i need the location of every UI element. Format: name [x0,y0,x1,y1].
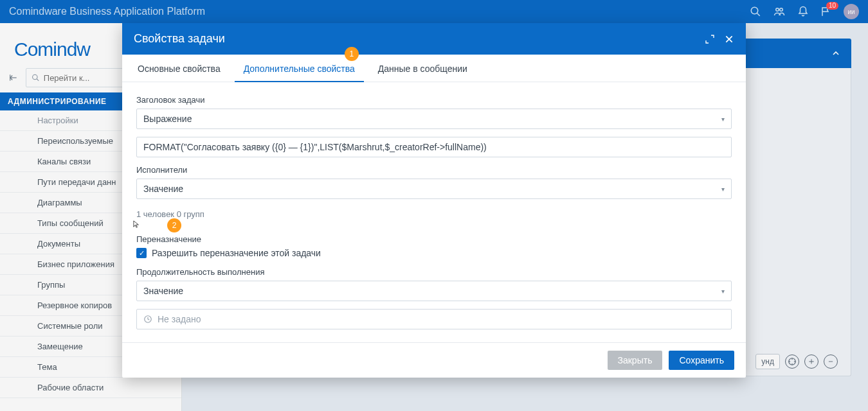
clock-icon [143,315,152,324]
reassign-checkbox[interactable]: ✓ [136,248,147,258]
assignees-label: Исполнители [136,165,732,175]
task-title-label: Заголовок задачи [136,95,732,105]
modal-body: Заголовок задачи Выражение ▾ Исполнители… [122,82,746,342]
modal-tabs: Основные свойства Дополнительные свойств… [122,55,746,82]
tab-basic[interactable]: Основные свойства [135,55,223,82]
cursor-icon [132,220,141,230]
tab-message-data[interactable]: Данные в сообщении [375,55,470,82]
task-title-mode-select[interactable]: Выражение ▾ [136,109,732,129]
close-icon[interactable] [724,34,734,44]
modal-footer: Закрыть Сохранить [122,342,746,378]
assignees-mode-value: Значение [143,184,183,194]
reassign-check-label: Разрешить переназначение этой задачи [152,248,321,258]
close-button[interactable]: Закрыть [608,351,663,370]
step-badge-1: 1 [345,47,359,61]
save-button[interactable]: Сохранить [669,351,734,370]
assignees-summary: 1 человек 0 групп [136,209,204,219]
chevron-down-icon: ▾ [721,186,725,193]
duration-mode-select[interactable]: Значение ▾ [136,281,732,301]
duration-mode-value: Значение [143,286,183,296]
task-properties-modal: Свойства задачи Основные свойства Дополн… [122,23,746,378]
chevron-down-icon: ▾ [721,288,725,295]
duration-placeholder: Не задано [158,314,201,324]
task-title-expression-input[interactable] [136,137,732,157]
chevron-down-icon: ▾ [721,116,725,123]
duration-label: Продолжительность выполнения [136,267,732,277]
reassign-label: Переназначение [136,234,732,244]
modal-title: Свойства задачи [134,32,225,46]
assignees-mode-select[interactable]: Значение ▾ [136,179,732,199]
modal-overlay: Свойства задачи Основные свойства Дополн… [0,0,868,411]
tab-extra[interactable]: Дополнительные свойства 1 [241,55,357,82]
tab-extra-label: Дополнительные свойства [244,64,355,74]
modal-header: Свойства задачи [122,23,746,55]
step-badge-2: 2 [167,218,181,232]
task-title-mode-value: Выражение [143,114,192,124]
duration-value-input[interactable]: Не задано [136,309,732,329]
expand-icon[interactable] [705,34,715,44]
task-title-expression-field[interactable] [143,142,725,152]
